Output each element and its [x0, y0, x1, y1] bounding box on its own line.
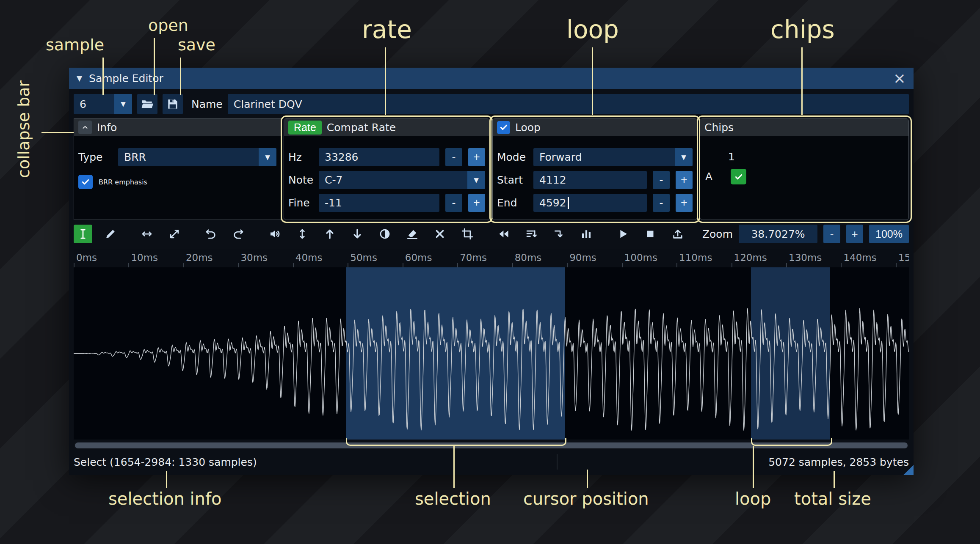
horizontal-arrows-icon	[141, 228, 153, 240]
loop-start-input[interactable]: 4112	[533, 171, 647, 189]
brr-emphasis-checkbox[interactable]	[78, 175, 93, 189]
loop-mode-select[interactable]: Forward ▼	[533, 148, 693, 166]
zoom-out-button[interactable]: -	[823, 225, 840, 243]
loop-end-decrease-button[interactable]: -	[653, 194, 670, 212]
loop-enable-checkbox[interactable]	[497, 121, 510, 134]
sample-name-input[interactable]: Clarinet DQV	[228, 94, 909, 114]
resize-button[interactable]	[138, 225, 156, 243]
create-wavetable-button[interactable]	[668, 225, 687, 243]
info-header-label: Info	[97, 121, 117, 134]
loop-end-value: 4592	[539, 197, 566, 209]
amplify-button[interactable]	[265, 225, 284, 243]
floppy-save-icon	[166, 97, 179, 111]
chips-row-label: A	[705, 170, 714, 183]
zoom-controls: Zoom 38.7027% - + 100%	[702, 225, 909, 243]
chip-a-enable-checkbox[interactable]	[731, 169, 746, 184]
zoom-reset-button[interactable]: 100%	[869, 225, 909, 243]
ruler-tick-label: 40ms	[293, 252, 323, 263]
fine-decrease-button[interactable]: -	[445, 194, 462, 212]
play-icon	[616, 228, 629, 240]
sample-header-row: 6 ▼ Name Clarinet DQV	[74, 94, 909, 114]
edit-mode-select-button[interactable]	[74, 225, 92, 243]
zoom-in-button[interactable]: +	[846, 225, 863, 243]
titlebar[interactable]: ▼ Sample Editor ×	[69, 68, 914, 89]
waveform-display[interactable]	[74, 267, 909, 440]
rate-button[interactable]: Rate	[288, 121, 322, 135]
loop-end-input[interactable]: 4592	[533, 194, 647, 212]
waveform	[74, 267, 909, 440]
sample-name-value: Clarinet DQV	[234, 98, 302, 110]
fine-increase-button[interactable]: +	[468, 194, 485, 212]
chevron-down-icon[interactable]: ▼	[259, 148, 276, 166]
hz-label: Hz	[288, 151, 313, 163]
window-resize-grip[interactable]	[903, 465, 914, 475]
undo-button[interactable]	[202, 225, 220, 243]
loop-end-label: End	[497, 197, 527, 209]
rate-header: Rate Compat Rate	[284, 119, 489, 136]
chevron-down-icon[interactable]: ▼	[467, 171, 485, 189]
info-collapse-button[interactable]	[78, 121, 92, 134]
annotation-loop: loop	[566, 15, 619, 44]
checkmark-icon	[734, 172, 744, 182]
note-select[interactable]: C-7 ▼	[319, 171, 485, 189]
sample-selector[interactable]: 6 ▼	[74, 94, 132, 114]
zoom-input[interactable]: 38.7027%	[739, 225, 817, 243]
resample-button[interactable]	[165, 225, 184, 243]
annotation-open: open	[148, 16, 188, 35]
preview-play-button[interactable]	[613, 225, 632, 243]
annotation-line-loop	[592, 47, 593, 115]
invert-button[interactable]	[375, 225, 394, 243]
selection-bracket-annotation	[346, 438, 566, 446]
loop-start-decrease-button[interactable]: -	[653, 171, 670, 189]
annotation-line-selection	[453, 446, 455, 488]
fade-in-button[interactable]	[320, 225, 339, 243]
loop-header: Loop	[493, 119, 697, 136]
checkmark-icon	[499, 122, 509, 132]
ibeam-cursor-icon	[77, 228, 89, 240]
crossfade-loop-button[interactable]	[549, 225, 568, 243]
apply-silence-button[interactable]	[403, 225, 422, 243]
hz-input[interactable]: 33286	[319, 148, 439, 166]
ruler-tick-mark	[348, 263, 348, 267]
note-label: Note	[288, 174, 313, 186]
save-sample-button[interactable]	[163, 94, 183, 114]
sample-type-select[interactable]: BRR ▼	[118, 148, 276, 166]
sort-descending-icon	[525, 228, 538, 240]
loop-start-label: Start	[497, 174, 527, 186]
chevron-down-icon[interactable]: ▼	[675, 148, 693, 166]
text-caret	[568, 197, 569, 209]
loop-start-increase-button[interactable]: +	[676, 171, 693, 189]
loop-end-increase-button[interactable]: +	[676, 194, 693, 212]
normalize-button[interactable]	[293, 225, 312, 243]
open-sample-button[interactable]	[137, 94, 157, 114]
annotation-line-total-size	[834, 471, 835, 488]
downsample-button[interactable]	[522, 225, 541, 243]
double-left-triangles-icon	[497, 228, 510, 240]
timeline-ruler[interactable]: 0ms10ms20ms30ms40ms50ms60ms70ms80ms90ms1…	[74, 249, 909, 267]
delete-button[interactable]	[431, 225, 449, 243]
trim-button[interactable]	[458, 225, 477, 243]
level-down-icon	[552, 228, 565, 240]
status-bar: Select (1654-2984: 1330 samples) 5072 sa…	[74, 452, 909, 472]
status-divider	[557, 454, 558, 470]
window-close-button[interactable]: ×	[893, 71, 906, 86]
reverse-button[interactable]	[494, 225, 513, 243]
preview-stop-button[interactable]	[641, 225, 660, 243]
fine-input[interactable]: -11	[319, 194, 439, 212]
hz-decrease-button[interactable]: -	[445, 148, 462, 166]
filter-button[interactable]	[577, 225, 596, 243]
edit-mode-draw-button[interactable]	[101, 225, 120, 243]
hz-increase-button[interactable]: +	[468, 148, 485, 166]
ruler-tick-mark	[293, 263, 294, 267]
annotation-chips: chips	[770, 15, 835, 44]
chips-header: Chips	[700, 119, 908, 136]
chevron-down-icon[interactable]: ▼	[114, 94, 132, 114]
ruler-tick-mark	[128, 263, 129, 267]
zoom-label: Zoom	[702, 228, 733, 240]
fade-out-button[interactable]	[348, 225, 367, 243]
annotation-line-loop-bottom	[753, 446, 754, 488]
zoom-value: 38.7027%	[751, 228, 805, 240]
annotation-line-rate	[385, 47, 386, 115]
redo-button[interactable]	[229, 225, 248, 243]
window-collapse-icon[interactable]: ▼	[77, 74, 82, 82]
